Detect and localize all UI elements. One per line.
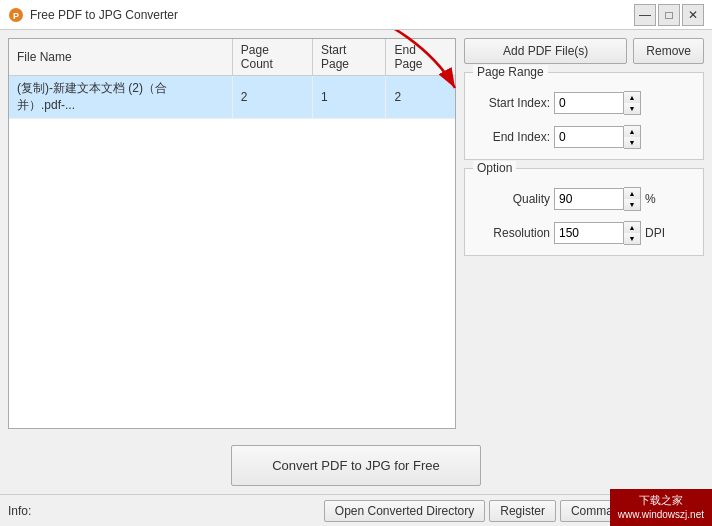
start-index-input-group: ▲ ▼ — [554, 91, 693, 115]
table-row[interactable]: (复制)-新建文本文档 (2)（合并）.pdf-... 2 1 2 — [9, 76, 455, 119]
resolution-up[interactable]: ▲ — [624, 222, 640, 233]
quality-spinners: ▲ ▼ — [624, 187, 641, 211]
status-bar: Info: Open Converted Directory Register … — [0, 494, 712, 526]
resolution-spinners: ▲ ▼ — [624, 221, 641, 245]
start-index-down[interactable]: ▼ — [624, 103, 640, 114]
end-index-input-group: ▲ ▼ — [554, 125, 693, 149]
window-controls: — □ ✕ — [634, 4, 704, 26]
app-icon: P — [8, 7, 24, 23]
end-index-up[interactable]: ▲ — [624, 126, 640, 137]
resolution-input[interactable] — [554, 222, 624, 244]
maximize-button[interactable]: □ — [658, 4, 680, 26]
quality-unit: % — [645, 192, 656, 206]
end-index-spinners: ▲ ▼ — [624, 125, 641, 149]
start-index-label: Start Index: — [475, 96, 550, 110]
start-index-row: Start Index: ▲ ▼ — [475, 91, 693, 115]
title-bar-left: P Free PDF to JPG Converter — [8, 7, 178, 23]
svg-text:P: P — [13, 11, 19, 21]
col-endpage: End Page — [386, 39, 455, 76]
resolution-input-group: ▲ ▼ DPI — [554, 221, 693, 245]
quality-down[interactable]: ▼ — [624, 199, 640, 210]
page-range-section: Page Range Start Index: ▲ ▼ — [464, 72, 704, 160]
end-index-label: End Index: — [475, 130, 550, 144]
resolution-row: Resolution ▲ ▼ DPI — [475, 221, 693, 245]
resolution-down[interactable]: ▼ — [624, 233, 640, 244]
end-index-input[interactable] — [554, 126, 624, 148]
app-title: Free PDF to JPG Converter — [30, 8, 178, 22]
col-filename: File Name — [9, 39, 232, 76]
resolution-label: Resolution — [475, 226, 550, 240]
col-startpage: Start Page — [312, 39, 385, 76]
cell-endpage: 2 — [386, 76, 455, 119]
main-content: File Name Page Count Start Page End Page… — [0, 30, 712, 437]
options-section: Option Quality ▲ ▼ % Resolution ▲ — [464, 168, 704, 256]
page-range-title: Page Range — [473, 65, 548, 79]
file-panel: File Name Page Count Start Page End Page… — [8, 38, 456, 429]
title-bar: P Free PDF to JPG Converter — □ ✕ — [0, 0, 712, 30]
convert-area: Convert PDF to JPG for Free — [0, 437, 712, 494]
end-index-row: End Index: ▲ ▼ — [475, 125, 693, 149]
control-panel: Add PDF File(s) Remove Page Range Start … — [464, 38, 704, 429]
file-table: File Name Page Count Start Page End Page… — [9, 39, 455, 119]
status-info-label: Info: — [8, 504, 320, 518]
quality-input-group: ▲ ▼ % — [554, 187, 693, 211]
cell-filename: (复制)-新建文本文档 (2)（合并）.pdf-... — [9, 76, 232, 119]
start-index-input[interactable] — [554, 92, 624, 114]
end-index-down[interactable]: ▼ — [624, 137, 640, 148]
quality-up[interactable]: ▲ — [624, 188, 640, 199]
register-button[interactable]: Register — [489, 500, 556, 522]
watermark-line2: www.windowszj.net — [618, 508, 704, 522]
open-directory-button[interactable]: Open Converted Directory — [324, 500, 485, 522]
close-button[interactable]: ✕ — [682, 4, 704, 26]
add-pdf-button[interactable]: Add PDF File(s) — [464, 38, 627, 64]
cell-startpage: 1 — [312, 76, 385, 119]
watermark: 下载之家 www.windowszj.net — [610, 489, 712, 526]
quality-label: Quality — [475, 192, 550, 206]
convert-button[interactable]: Convert PDF to JPG for Free — [231, 445, 481, 486]
start-index-spinners: ▲ ▼ — [624, 91, 641, 115]
col-pagecount: Page Count — [232, 39, 312, 76]
top-buttons: Add PDF File(s) Remove — [464, 38, 704, 64]
resolution-unit: DPI — [645, 226, 665, 240]
quality-input[interactable] — [554, 188, 624, 210]
remove-button[interactable]: Remove — [633, 38, 704, 64]
cell-pagecount: 2 — [232, 76, 312, 119]
options-title: Option — [473, 161, 516, 175]
start-index-up[interactable]: ▲ — [624, 92, 640, 103]
quality-row: Quality ▲ ▼ % — [475, 187, 693, 211]
watermark-line1: 下载之家 — [618, 493, 704, 508]
minimize-button[interactable]: — — [634, 4, 656, 26]
